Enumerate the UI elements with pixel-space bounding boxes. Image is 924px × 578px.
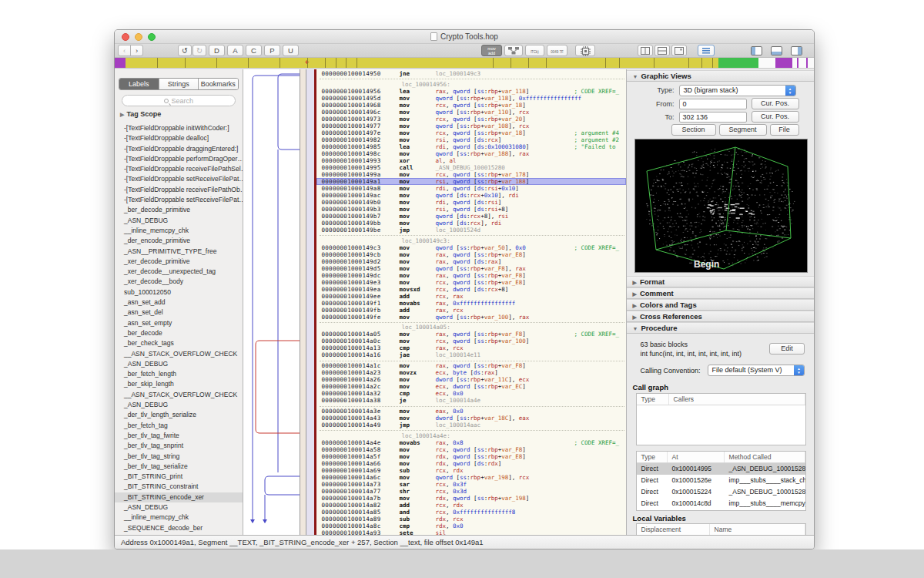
disassembly-line[interactable]: 0000000100014a05movrax, qword [ss:rbp+va… — [316, 331, 625, 338]
disassembly-line[interactable]: 0000000100014a93setesil — [316, 529, 625, 535]
section-procedure[interactable]: ▼Procedure — [627, 322, 814, 334]
sidebar-item[interactable]: _ASN_DEBUG — [115, 502, 243, 512]
sidebar-item[interactable]: _SEQUENCE_decode_ber — [115, 523, 243, 533]
disassembly-line[interactable]: 0000000100014a89subrdx, rcx — [316, 516, 625, 523]
zoom-window-button[interactable] — [148, 33, 156, 41]
disassembly-line[interactable]: 000000010001495dmovqword [ss:rbp+var_118… — [316, 95, 625, 102]
disassembly-line[interactable]: 00000001000149bbmovqword [ds:rcx], rdi — [316, 220, 625, 227]
split-vertical-icon[interactable] — [638, 45, 653, 56]
disassembly-line[interactable]: 0000000100014a6cmovqword [ss:rbp+var_198… — [316, 474, 625, 481]
disassembly-line[interactable]: 00000001000149a8movrdi, qword [ds:rsi+0x… — [316, 185, 625, 192]
back-button[interactable]: ‹ — [118, 45, 131, 56]
cfg-view-icon[interactable] — [504, 45, 523, 56]
toggle-right-panel-icon[interactable] — [791, 46, 802, 55]
disassembly-line[interactable]: 0000000100014977movqword [ss:rbp+var_108… — [316, 123, 625, 129]
disassembly-line[interactable]: 00000001000149d5movqword [ss:rbp+var_F8]… — [316, 265, 625, 272]
sidebar-item[interactable]: _ber_tlv_tag_snprint — [115, 441, 243, 451]
sidebar-item[interactable]: _BIT_STRING_print — [115, 472, 243, 482]
disassembly-line[interactable]: 0000000100014982movrsi, qword [ds:rcx]; … — [316, 136, 625, 143]
graphic-type-select[interactable]: 3D (bigram stack)▲▼ — [679, 85, 796, 96]
tab-bookmarks[interactable]: Bookmarks — [199, 79, 238, 89]
sidebar-item[interactable]: _xer_decode_primitive — [115, 257, 243, 267]
sidebar-item[interactable]: _ber_decode_primitive — [115, 205, 243, 215]
disassembly-line[interactable]: 0000000100014968movrcx, qword [ss:rbp+va… — [316, 102, 625, 109]
sidebar-item[interactable]: _xer_decode__body — [115, 277, 243, 287]
code-label[interactable]: loc_1000149c3: — [316, 237, 625, 244]
split-horizontal-icon[interactable] — [654, 45, 670, 56]
disassembly-line[interactable]: 00000001000149fbaddrax, rcx — [316, 307, 625, 314]
callers-col-callers[interactable]: Callers — [669, 394, 805, 405]
lv-col-displacement[interactable]: Displacement — [637, 524, 710, 535]
title-bar[interactable]: Crypto Tools.hop — [115, 30, 814, 44]
disassembly-line[interactable]: 0000000100014a0cmovrcx, qword [ss:rbp+va… — [316, 338, 625, 344]
undefine-button[interactable]: U — [283, 45, 299, 56]
sidebar-item[interactable]: _ber_fetch_length — [115, 369, 243, 379]
sidebar-item[interactable]: _ASN_DEBUG — [115, 359, 243, 369]
disassembly-line[interactable]: 0000000100014a13cmprax, rcx — [316, 344, 625, 351]
section-colors-tags[interactable]: ▶Colors and Tags — [627, 299, 814, 311]
disassembly-line[interactable]: 0000000100014956learax, qword [ss:rbp+va… — [316, 88, 625, 95]
sidebar-item[interactable]: _ASN_DEBUG — [115, 216, 243, 226]
disassembly-line[interactable]: 0000000100014a43movdword [ss:rbp+var_18C… — [316, 415, 625, 422]
code-button[interactable]: C — [246, 45, 262, 56]
sidebar-item[interactable]: __inline_memcpy_chk — [115, 512, 243, 523]
call-graph-row[interactable]: Direct0x10001526eimp___stubs____stack_ch… — [637, 475, 805, 486]
sidebar-item[interactable]: _der_encode_primitive — [115, 236, 243, 246]
file-range-button[interactable]: File — [770, 124, 799, 136]
tag-scope-disclosure[interactable]: ▶Tag Scope — [120, 110, 161, 118]
section-range-button[interactable]: Section — [671, 124, 716, 136]
sidebar-item[interactable]: _BIT_STRING_encode_xer — [115, 492, 243, 502]
callers-table[interactable]: Type Callers — [636, 393, 806, 445]
single-view-icon[interactable] — [671, 45, 687, 56]
disassembly-line[interactable]: 000000010001497emovrcx, qword [ss:rbp+va… — [316, 129, 625, 136]
sidebar-item[interactable]: _xer_decode__unexpected_tag — [115, 267, 243, 277]
disassembly-line[interactable]: 0000000100014a2cmovecx, dword [ss:rbp+va… — [316, 383, 625, 390]
disassembly-line[interactable]: 000000010001498cmovqword [ss:rbp+var_188… — [316, 150, 625, 157]
disassembly-line[interactable]: 0000000100014a32cmpecx, 0x0 — [316, 390, 625, 397]
pseudocode-view-icon[interactable]: lTCk)TCl() — [525, 45, 544, 56]
disassembly-line[interactable]: 00000001000149femovqword [ss:rbp+var_100… — [316, 314, 625, 321]
disassembly-line[interactable]: 0000000100014a77shrrcx, 0x3d — [316, 488, 625, 495]
call-graph-row[interactable]: Direct0x100014995_ASN_DEBUG_100015280 — [637, 463, 805, 475]
sidebar-item[interactable]: -[TextFieldDroppable dealloc] — [115, 133, 243, 143]
disassembly-line[interactable]: 00000001000149cbmovrax, qword [ss:rbp+va… — [316, 251, 625, 258]
to-cur-pos-button[interactable]: Cur. Pos. — [752, 111, 799, 123]
disassembly-line[interactable]: 0000000100014a73sarrcx, 0x3f — [316, 481, 625, 488]
sidebar-item[interactable]: _ber_decode — [115, 328, 243, 338]
callers-col-type[interactable]: Type — [637, 394, 669, 405]
calls-col-type[interactable]: Type — [637, 452, 668, 462]
disassembly-line[interactable]: 000000010001499amovrcx, qword [ss:rbp+va… — [316, 171, 625, 178]
disassembly-line[interactable]: 0000000100014a4emovabsrax, 0x8; CODE XRE… — [316, 439, 625, 446]
sidebar-item[interactable]: _ASN_DEBUG — [115, 400, 243, 410]
sidebar-item[interactable]: _asn_set_add — [115, 297, 243, 307]
disassembly-line[interactable]: 0000000100014a69subrcx, rdx — [316, 467, 625, 474]
code-label[interactable]: loc_100014a4e: — [316, 432, 625, 439]
bigram-3d-view[interactable]: Begin — [634, 139, 808, 273]
segment-range-button[interactable]: Segment — [719, 124, 767, 136]
sidebar-item[interactable]: _ber_check_tags — [115, 338, 243, 348]
procedure-button[interactable]: P — [264, 45, 280, 56]
assembly-view-button[interactable]: movadd — [481, 45, 502, 56]
sidebar-item[interactable]: -[TextFieldDroppable draggingEntered:] — [115, 144, 243, 154]
disassembly-line[interactable]: 0000000100014a58movrcx, qword [ss:rbp+va… — [316, 446, 625, 453]
sidebar-item[interactable]: -[TextFieldDroppable receiveFilePathOb…] — [115, 185, 243, 195]
disassembly-line[interactable]: 00000001000149b3movrsi, qword [ds:rsi+8] — [316, 206, 625, 213]
minimize-window-button[interactable] — [135, 33, 142, 41]
sidebar-item[interactable]: -[TextFieldDroppable receiveFilePathSel…… — [115, 164, 243, 174]
redo-button[interactable]: ↻ — [192, 45, 206, 56]
navigation-minimap[interactable]: + — [115, 58, 814, 69]
sidebar-item[interactable]: _der_tlv_length_serialize — [115, 410, 243, 420]
disassembly-line[interactable]: 00000001000149c3movqword [ss:rbp+var_50]… — [316, 244, 625, 251]
disassembly-line[interactable]: 0000000100014a26movdword [ss:rbp+var_11C… — [316, 376, 625, 383]
disassembly-line[interactable]: 00000001000149bejmploc_10001524d — [316, 227, 625, 234]
sidebar-item[interactable]: _BIT_STRING_constraint — [115, 482, 243, 492]
section-format[interactable]: ▶Format — [627, 276, 814, 287]
disassembly-line[interactable]: 0000000100014973movrcx, qword [ss:rbp+va… — [316, 116, 625, 123]
toggle-left-panel-icon[interactable] — [751, 46, 762, 55]
disassembly-line[interactable]: 00000001000149f1movabsrax, 0xfffffffffff… — [316, 300, 625, 307]
disassembly-line[interactable]: 0000000100014a5fmovrdx, qword [ss:rbp+va… — [316, 453, 625, 460]
disassembly-line[interactable]: 0000000100014a3emoveax, 0x0 — [316, 408, 625, 415]
sidebar-item[interactable]: -[TextFieldDroppable setReceiveFilePat…] — [115, 174, 243, 184]
disassembly-line[interactable]: 00000001000149b0movrdi, qword [ds:rsi] — [316, 199, 625, 206]
disassembly-line[interactable]: 0000000100014950jneloc_1000149c3 — [316, 70, 625, 77]
